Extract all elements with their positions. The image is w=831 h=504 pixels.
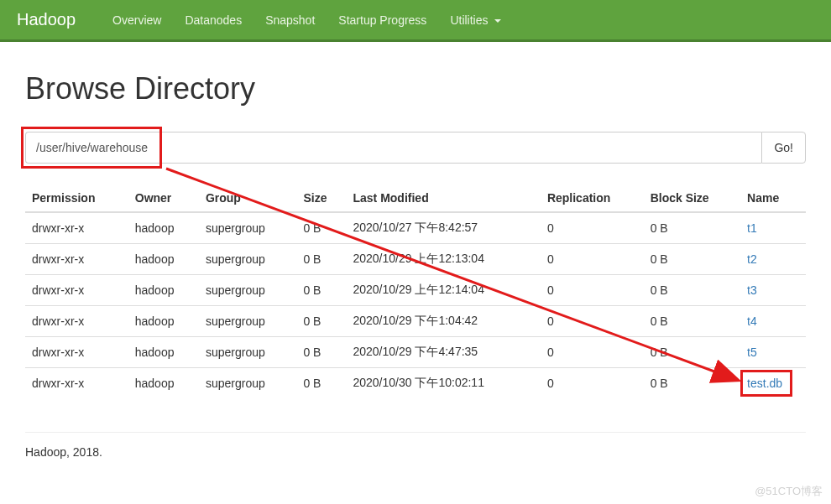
brand[interactable]: Hadoop (13, 10, 80, 29)
go-button[interactable]: Go! (761, 132, 806, 164)
cell-name: test.db (740, 368, 806, 399)
cell-block_size: 0 B (644, 306, 740, 337)
cell-replication: 0 (541, 306, 644, 337)
name-link[interactable]: t5 (747, 346, 757, 359)
page-title: Browse Directory (25, 71, 806, 107)
cell-owner: hadoop (128, 306, 199, 337)
cell-block_size: 0 B (644, 212, 740, 244)
nav-utilities[interactable]: Utilities (438, 1, 513, 39)
cell-owner: hadoop (128, 337, 199, 368)
cell-replication: 0 (541, 275, 644, 306)
cell-group: supergroup (199, 368, 297, 399)
cell-owner: hadoop (128, 275, 199, 306)
cell-owner: hadoop (128, 212, 199, 244)
col-name: Name (740, 184, 806, 212)
col-replication: Replication (541, 184, 644, 212)
nav-utilities-label: Utilities (450, 13, 488, 27)
cell-replication: 0 (541, 337, 644, 368)
main-container: Browse Directory Go! Permission Owner Gr… (13, 71, 818, 475)
cell-permission: drwxr-xr-x (25, 306, 128, 337)
cell-size: 0 B (296, 306, 346, 337)
nav-datanodes[interactable]: Datanodes (173, 1, 253, 39)
cell-replication: 0 (541, 244, 644, 275)
name-link[interactable]: test.db (747, 377, 782, 390)
cell-permission: drwxr-xr-x (25, 368, 128, 399)
footer-separator (25, 432, 806, 433)
cell-block_size: 0 B (644, 275, 740, 306)
nav-overview[interactable]: Overview (101, 1, 173, 39)
navbar: Hadoop Overview Datanodes Snapshot Start… (0, 0, 831, 42)
cell-last_modified: 2020/10/29 上午12:13:04 (346, 244, 540, 275)
cell-group: supergroup (199, 244, 297, 275)
cell-name: t5 (740, 337, 806, 368)
cell-replication: 0 (541, 212, 644, 244)
name-link[interactable]: t4 (747, 314, 757, 328)
col-group: Group (199, 184, 297, 212)
cell-size: 0 B (296, 337, 346, 368)
cell-replication: 0 (541, 368, 644, 399)
table-row: drwxr-xr-xhadoopsupergroup0 B2020/10/29 … (25, 275, 806, 306)
col-owner: Owner (128, 184, 199, 212)
file-table: Permission Owner Group Size Last Modifie… (25, 184, 806, 398)
table-row: drwxr-xr-xhadoopsupergroup0 B2020/10/29 … (25, 337, 806, 368)
cell-last_modified: 2020/10/30 下午10:02:11 (346, 368, 540, 399)
cell-permission: drwxr-xr-x (25, 212, 128, 244)
cell-size: 0 B (296, 244, 346, 275)
cell-permission: drwxr-xr-x (25, 244, 128, 275)
footer-text: Hadoop, 2018. (25, 445, 806, 475)
name-link[interactable]: t1 (747, 221, 757, 235)
cell-size: 0 B (296, 368, 346, 399)
cell-name: t2 (740, 244, 806, 275)
table-row: drwxr-xr-xhadoopsupergroup0 B2020/10/27 … (25, 212, 806, 244)
cell-group: supergroup (199, 275, 297, 306)
col-last-modified: Last Modified (346, 184, 540, 212)
cell-permission: drwxr-xr-x (25, 275, 128, 306)
col-size: Size (296, 184, 346, 212)
chevron-down-icon (494, 19, 501, 23)
cell-name: t1 (740, 212, 806, 244)
cell-last_modified: 2020/10/27 下午8:42:57 (346, 212, 540, 244)
cell-block_size: 0 B (644, 244, 740, 275)
cell-last_modified: 2020/10/29 下午1:04:42 (346, 306, 540, 337)
cell-last_modified: 2020/10/29 下午4:47:35 (346, 337, 540, 368)
cell-name: t4 (740, 306, 806, 337)
path-row: Go! (25, 132, 806, 164)
cell-group: supergroup (199, 337, 297, 368)
col-permission: Permission (25, 184, 128, 212)
cell-group: supergroup (199, 306, 297, 337)
cell-block_size: 0 B (644, 368, 740, 399)
table-row: drwxr-xr-xhadoopsupergroup0 B2020/10/30 … (25, 368, 806, 399)
cell-owner: hadoop (128, 368, 199, 399)
name-link[interactable]: t2 (747, 252, 757, 266)
cell-block_size: 0 B (644, 337, 740, 368)
cell-permission: drwxr-xr-x (25, 337, 128, 368)
cell-owner: hadoop (128, 244, 199, 275)
nav-snapshot[interactable]: Snapshot (253, 1, 327, 39)
table-row: drwxr-xr-xhadoopsupergroup0 B2020/10/29 … (25, 244, 806, 275)
cell-group: supergroup (199, 212, 297, 244)
path-input[interactable] (25, 132, 761, 164)
cell-name: t3 (740, 275, 806, 306)
name-link[interactable]: t3 (747, 283, 757, 297)
nav-startup-progress[interactable]: Startup Progress (327, 1, 438, 39)
table-row: drwxr-xr-xhadoopsupergroup0 B2020/10/29 … (25, 306, 806, 337)
cell-size: 0 B (296, 212, 346, 244)
table-header-row: Permission Owner Group Size Last Modifie… (25, 184, 806, 212)
cell-size: 0 B (296, 275, 346, 306)
cell-last_modified: 2020/10/29 上午12:14:04 (346, 275, 540, 306)
col-block-size: Block Size (644, 184, 740, 212)
